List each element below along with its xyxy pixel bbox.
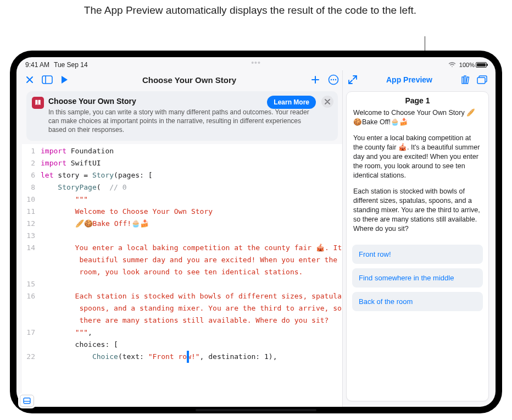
preview-page-title: Page 1	[347, 92, 488, 108]
more-icon[interactable]	[328, 74, 339, 85]
wifi-icon	[448, 62, 456, 68]
status-time: 9:41 AM	[25, 61, 49, 69]
code-line[interactable]: 1import Foundation	[22, 145, 342, 157]
line-number	[22, 266, 41, 278]
line-number	[22, 302, 41, 314]
story-choice-button[interactable]: Back of the room	[352, 292, 483, 311]
code-line[interactable]: 11 Welcome to Choose Your Own Story	[22, 206, 342, 218]
preview-body: Welcome to Choose Your Own Story 🥖🍪Bake …	[347, 108, 488, 240]
console-toggle-icon[interactable]	[20, 395, 34, 407]
code-line[interactable]: 10 """	[22, 194, 342, 206]
code-line[interactable]: 17 """,	[22, 327, 342, 339]
story-choice-button[interactable]: Find somewhere in the middle	[352, 268, 483, 288]
line-number: 16	[22, 290, 41, 302]
line-number: 1	[22, 145, 41, 157]
line-number: 8	[22, 181, 41, 194]
line-number	[22, 254, 41, 266]
text-cursor	[187, 351, 189, 363]
preview-toolbar: App Preview	[346, 70, 490, 89]
svg-rect-13	[477, 78, 485, 84]
line-number: 6	[22, 169, 41, 181]
code-line[interactable]: 2import SwiftUI	[22, 157, 342, 169]
code-editor-pane: Choose Your Own Story Choose Your Own St…	[22, 70, 342, 407]
line-number	[22, 314, 41, 327]
line-number: 14	[22, 242, 41, 254]
line-number: 13	[22, 230, 41, 242]
multitask-dots-icon: •••	[251, 58, 261, 67]
add-icon[interactable]	[310, 75, 320, 85]
battery-indicator: 100%	[459, 62, 487, 68]
library-icon[interactable]	[461, 75, 471, 84]
svg-rect-7	[24, 398, 30, 404]
guide-banner: Choose Your Own Story In this sample, yo…	[26, 91, 338, 141]
line-number: 10	[22, 194, 41, 206]
expand-icon[interactable]	[348, 75, 357, 84]
code-line[interactable]: 13	[22, 230, 342, 242]
code-line[interactable]: choices: [	[22, 339, 342, 351]
code-line[interactable]: 15	[22, 278, 342, 290]
preview-header-label: App Preview	[363, 75, 456, 84]
code-line[interactable]: 12 🥖🍪Bake Off!🧁🍰	[22, 218, 342, 230]
preview-options: Front row!Find somewhere in the middleBa…	[347, 240, 488, 317]
pane-divider[interactable]	[342, 70, 343, 407]
app-preview-card: Page 1 Welcome to Choose Your Own Story …	[346, 91, 489, 401]
line-number	[22, 339, 41, 351]
line-number: 11	[22, 206, 41, 218]
code-line[interactable]: spoons, and a standing mixer. You are th…	[22, 302, 342, 314]
document-title: Choose Your Own Story	[142, 75, 236, 85]
close-banner-button[interactable]	[321, 96, 333, 108]
status-date: Tue Sep 14	[54, 61, 88, 69]
book-icon	[32, 97, 44, 109]
banner-description: In this sample, you can write a story wi…	[48, 108, 312, 134]
preview-pane: App Preview Page 1 Welcome to Choose You…	[346, 70, 490, 407]
code-editor[interactable]: 1import Foundation2import SwiftUI6let st…	[22, 144, 342, 407]
code-line[interactable]: 6let story = Story(pages: [	[22, 169, 342, 181]
code-line[interactable]: 22 Choice(text: "Front row!", destinatio…	[22, 351, 342, 363]
line-number: 15	[22, 278, 41, 290]
code-line[interactable]: there are many stations still available.…	[22, 314, 342, 327]
svg-point-5	[333, 79, 334, 80]
code-line[interactable]: 16 Each station is stocked with bowls of…	[22, 290, 342, 302]
editor-toolbar: Choose Your Own Story	[22, 70, 342, 89]
line-number: 22	[22, 351, 41, 363]
code-line[interactable]: room, you look around to see ten identic…	[22, 266, 342, 278]
close-icon[interactable]	[25, 75, 34, 84]
preview-paragraph: You enter a local baking competition at …	[353, 134, 482, 180]
preview-paragraph: Welcome to Choose Your Own Story 🥖🍪Bake …	[353, 108, 482, 127]
svg-rect-9	[462, 77, 464, 84]
svg-point-6	[335, 79, 336, 80]
run-icon[interactable]	[60, 75, 68, 84]
figure-caption: The App Preview automatically displays t…	[0, 3, 416, 17]
ipad-frame: ••• 9:41 AM Tue Sep 14 100%	[10, 51, 502, 413]
story-choice-button[interactable]: Front row!	[352, 245, 483, 264]
svg-rect-10	[464, 76, 466, 84]
code-line[interactable]: beautiful summer day and you are excited…	[22, 254, 342, 266]
line-number: 17	[22, 327, 41, 339]
svg-point-4	[331, 79, 332, 80]
sidebar-toggle-icon[interactable]	[42, 75, 53, 84]
code-line[interactable]: 8 StoryPage( // 0	[22, 181, 342, 194]
svg-rect-11	[466, 77, 469, 84]
preview-paragraph: Each station is stocked with bowls of di…	[353, 187, 482, 234]
learn-more-button[interactable]: Learn More	[267, 96, 316, 109]
line-number: 12	[22, 218, 41, 230]
windows-icon[interactable]	[477, 75, 488, 84]
code-line[interactable]: 14 You enter a local baking competition …	[22, 242, 342, 254]
line-number: 2	[22, 157, 41, 169]
